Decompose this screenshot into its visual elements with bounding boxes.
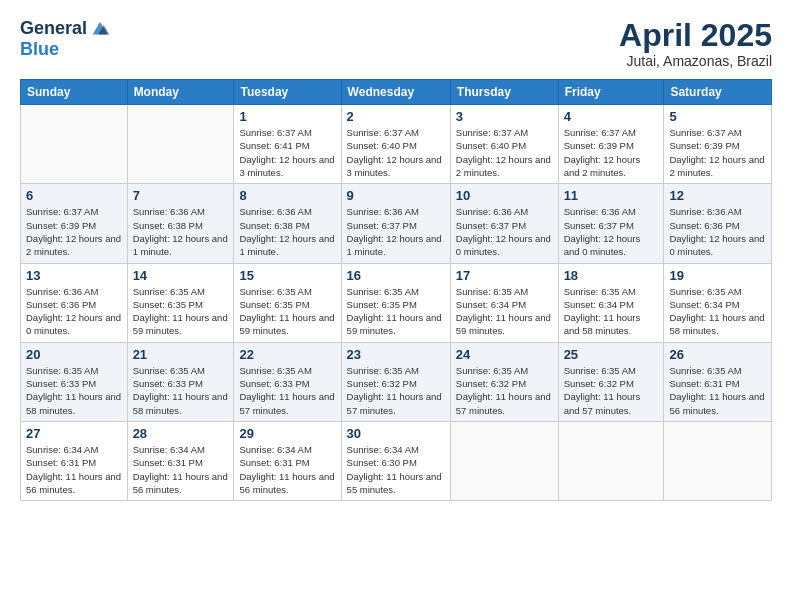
day-number: 13: [26, 268, 122, 283]
calendar-cell: [127, 105, 234, 184]
calendar-cell: [558, 421, 664, 500]
day-number: 14: [133, 268, 229, 283]
week-row-4: 20Sunrise: 6:35 AM Sunset: 6:33 PM Dayli…: [21, 342, 772, 421]
header: General Blue April 2025 Jutai, Amazonas,…: [20, 18, 772, 69]
day-info: Sunrise: 6:34 AM Sunset: 6:31 PM Dayligh…: [26, 443, 122, 496]
calendar-cell: [664, 421, 772, 500]
calendar-cell: 18Sunrise: 6:35 AM Sunset: 6:34 PM Dayli…: [558, 263, 664, 342]
day-info: Sunrise: 6:35 AM Sunset: 6:33 PM Dayligh…: [239, 364, 335, 417]
day-info: Sunrise: 6:34 AM Sunset: 6:30 PM Dayligh…: [347, 443, 445, 496]
day-info: Sunrise: 6:36 AM Sunset: 6:37 PM Dayligh…: [564, 205, 659, 258]
logo-text: General: [20, 19, 87, 39]
day-number: 29: [239, 426, 335, 441]
weekday-header-monday: Monday: [127, 80, 234, 105]
day-info: Sunrise: 6:36 AM Sunset: 6:37 PM Dayligh…: [456, 205, 553, 258]
day-info: Sunrise: 6:35 AM Sunset: 6:34 PM Dayligh…: [564, 285, 659, 338]
weekday-header-friday: Friday: [558, 80, 664, 105]
calendar-cell: [21, 105, 128, 184]
day-info: Sunrise: 6:35 AM Sunset: 6:32 PM Dayligh…: [347, 364, 445, 417]
calendar-cell: 25Sunrise: 6:35 AM Sunset: 6:32 PM Dayli…: [558, 342, 664, 421]
calendar-cell: 4Sunrise: 6:37 AM Sunset: 6:39 PM Daylig…: [558, 105, 664, 184]
day-info: Sunrise: 6:34 AM Sunset: 6:31 PM Dayligh…: [133, 443, 229, 496]
day-info: Sunrise: 6:37 AM Sunset: 6:41 PM Dayligh…: [239, 126, 335, 179]
day-info: Sunrise: 6:35 AM Sunset: 6:35 PM Dayligh…: [133, 285, 229, 338]
day-number: 2: [347, 109, 445, 124]
calendar-table: SundayMondayTuesdayWednesdayThursdayFrid…: [20, 79, 772, 501]
day-info: Sunrise: 6:35 AM Sunset: 6:34 PM Dayligh…: [456, 285, 553, 338]
calendar-cell: 17Sunrise: 6:35 AM Sunset: 6:34 PM Dayli…: [450, 263, 558, 342]
day-number: 28: [133, 426, 229, 441]
weekday-header-wednesday: Wednesday: [341, 80, 450, 105]
day-info: Sunrise: 6:35 AM Sunset: 6:33 PM Dayligh…: [133, 364, 229, 417]
logo: General Blue: [20, 18, 111, 60]
day-number: 7: [133, 188, 229, 203]
day-number: 30: [347, 426, 445, 441]
day-number: 5: [669, 109, 766, 124]
day-info: Sunrise: 6:36 AM Sunset: 6:37 PM Dayligh…: [347, 205, 445, 258]
day-number: 16: [347, 268, 445, 283]
calendar-cell: 29Sunrise: 6:34 AM Sunset: 6:31 PM Dayli…: [234, 421, 341, 500]
day-number: 23: [347, 347, 445, 362]
calendar-cell: [450, 421, 558, 500]
day-info: Sunrise: 6:37 AM Sunset: 6:40 PM Dayligh…: [456, 126, 553, 179]
day-number: 12: [669, 188, 766, 203]
week-row-3: 13Sunrise: 6:36 AM Sunset: 6:36 PM Dayli…: [21, 263, 772, 342]
day-info: Sunrise: 6:36 AM Sunset: 6:38 PM Dayligh…: [133, 205, 229, 258]
day-info: Sunrise: 6:35 AM Sunset: 6:34 PM Dayligh…: [669, 285, 766, 338]
calendar-cell: 22Sunrise: 6:35 AM Sunset: 6:33 PM Dayli…: [234, 342, 341, 421]
calendar-cell: 13Sunrise: 6:36 AM Sunset: 6:36 PM Dayli…: [21, 263, 128, 342]
day-number: 4: [564, 109, 659, 124]
calendar-cell: 8Sunrise: 6:36 AM Sunset: 6:38 PM Daylig…: [234, 184, 341, 263]
title-section: April 2025 Jutai, Amazonas, Brazil: [619, 18, 772, 69]
day-number: 25: [564, 347, 659, 362]
week-row-1: 1Sunrise: 6:37 AM Sunset: 6:41 PM Daylig…: [21, 105, 772, 184]
page: General Blue April 2025 Jutai, Amazonas,…: [0, 0, 792, 612]
logo-icon: [89, 18, 111, 40]
calendar-cell: 5Sunrise: 6:37 AM Sunset: 6:39 PM Daylig…: [664, 105, 772, 184]
day-info: Sunrise: 6:36 AM Sunset: 6:36 PM Dayligh…: [669, 205, 766, 258]
week-row-5: 27Sunrise: 6:34 AM Sunset: 6:31 PM Dayli…: [21, 421, 772, 500]
day-number: 17: [456, 268, 553, 283]
day-info: Sunrise: 6:37 AM Sunset: 6:40 PM Dayligh…: [347, 126, 445, 179]
calendar-cell: 20Sunrise: 6:35 AM Sunset: 6:33 PM Dayli…: [21, 342, 128, 421]
day-info: Sunrise: 6:37 AM Sunset: 6:39 PM Dayligh…: [669, 126, 766, 179]
day-info: Sunrise: 6:35 AM Sunset: 6:35 PM Dayligh…: [239, 285, 335, 338]
day-info: Sunrise: 6:35 AM Sunset: 6:35 PM Dayligh…: [347, 285, 445, 338]
calendar-cell: 14Sunrise: 6:35 AM Sunset: 6:35 PM Dayli…: [127, 263, 234, 342]
day-number: 24: [456, 347, 553, 362]
day-number: 1: [239, 109, 335, 124]
day-number: 15: [239, 268, 335, 283]
day-number: 6: [26, 188, 122, 203]
calendar-cell: 3Sunrise: 6:37 AM Sunset: 6:40 PM Daylig…: [450, 105, 558, 184]
calendar-cell: 28Sunrise: 6:34 AM Sunset: 6:31 PM Dayli…: [127, 421, 234, 500]
calendar-cell: 15Sunrise: 6:35 AM Sunset: 6:35 PM Dayli…: [234, 263, 341, 342]
logo-blue: Blue: [20, 40, 111, 60]
calendar-cell: 9Sunrise: 6:36 AM Sunset: 6:37 PM Daylig…: [341, 184, 450, 263]
day-info: Sunrise: 6:35 AM Sunset: 6:32 PM Dayligh…: [564, 364, 659, 417]
day-info: Sunrise: 6:35 AM Sunset: 6:33 PM Dayligh…: [26, 364, 122, 417]
day-number: 26: [669, 347, 766, 362]
day-number: 21: [133, 347, 229, 362]
calendar-title: April 2025: [619, 18, 772, 53]
calendar-cell: 10Sunrise: 6:36 AM Sunset: 6:37 PM Dayli…: [450, 184, 558, 263]
calendar-cell: 26Sunrise: 6:35 AM Sunset: 6:31 PM Dayli…: [664, 342, 772, 421]
calendar-cell: 2Sunrise: 6:37 AM Sunset: 6:40 PM Daylig…: [341, 105, 450, 184]
calendar-cell: 16Sunrise: 6:35 AM Sunset: 6:35 PM Dayli…: [341, 263, 450, 342]
calendar-cell: 12Sunrise: 6:36 AM Sunset: 6:36 PM Dayli…: [664, 184, 772, 263]
day-number: 10: [456, 188, 553, 203]
calendar-cell: 21Sunrise: 6:35 AM Sunset: 6:33 PM Dayli…: [127, 342, 234, 421]
weekday-header-saturday: Saturday: [664, 80, 772, 105]
calendar-cell: 30Sunrise: 6:34 AM Sunset: 6:30 PM Dayli…: [341, 421, 450, 500]
day-number: 27: [26, 426, 122, 441]
weekday-header-row: SundayMondayTuesdayWednesdayThursdayFrid…: [21, 80, 772, 105]
day-number: 11: [564, 188, 659, 203]
calendar-cell: 27Sunrise: 6:34 AM Sunset: 6:31 PM Dayli…: [21, 421, 128, 500]
day-info: Sunrise: 6:37 AM Sunset: 6:39 PM Dayligh…: [564, 126, 659, 179]
calendar-cell: 7Sunrise: 6:36 AM Sunset: 6:38 PM Daylig…: [127, 184, 234, 263]
calendar-cell: 6Sunrise: 6:37 AM Sunset: 6:39 PM Daylig…: [21, 184, 128, 263]
calendar-subtitle: Jutai, Amazonas, Brazil: [619, 53, 772, 69]
day-number: 18: [564, 268, 659, 283]
day-info: Sunrise: 6:36 AM Sunset: 6:36 PM Dayligh…: [26, 285, 122, 338]
day-info: Sunrise: 6:35 AM Sunset: 6:31 PM Dayligh…: [669, 364, 766, 417]
calendar-cell: 23Sunrise: 6:35 AM Sunset: 6:32 PM Dayli…: [341, 342, 450, 421]
